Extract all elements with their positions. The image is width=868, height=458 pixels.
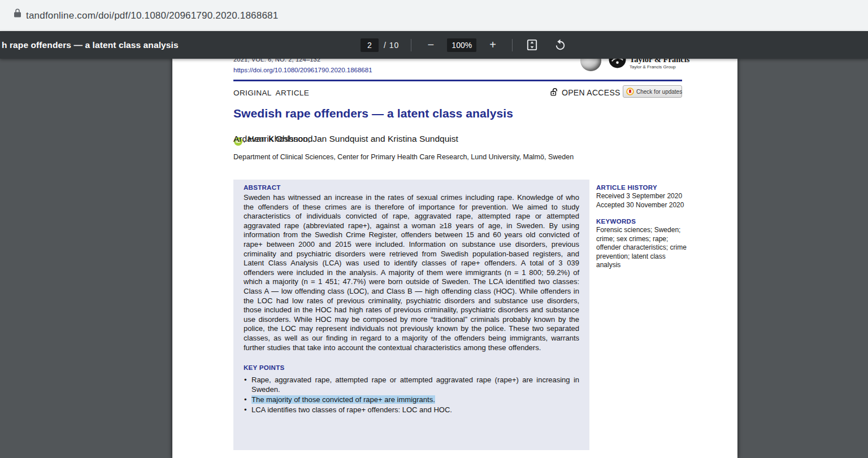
article-info-sidebar: ARTICLE HISTORY Received 3 September 202… xyxy=(596,184,691,270)
authors-line: Ardavan Khoshnood iD, Henrik Ohlsson, Ja… xyxy=(233,134,243,146)
check-for-updates-button[interactable]: Check for updates xyxy=(623,85,682,98)
key-point-item: LCA identifies two classes of rape+ offe… xyxy=(244,405,579,415)
toolbar-divider xyxy=(411,39,411,51)
received-date: Received 3 September 2020 xyxy=(596,192,691,201)
publisher-name: Taylor & Francis xyxy=(630,59,689,64)
article-history-lines: Received 3 September 2020 Accepted 30 No… xyxy=(596,192,691,210)
page-number-input[interactable]: 2 xyxy=(361,38,379,52)
open-access-icon xyxy=(550,87,558,98)
abstract-text: Sweden has witnessed an increase in the … xyxy=(244,193,579,352)
taylor-francis-logo-icon xyxy=(609,59,626,68)
pdf-toolbar: h rape offenders — a latent class analys… xyxy=(0,31,868,59)
fit-to-page-button[interactable] xyxy=(524,38,539,53)
pdf-toolbar-controls: 2 / 10 − 100% + xyxy=(356,31,581,59)
page-total-label: / 10 xyxy=(384,41,399,50)
affiliation: Department of Clinical Sciences, Center … xyxy=(233,153,574,161)
keywords-text: Forensic sciences; Sweden; crime; sex cr… xyxy=(596,226,691,270)
lock-icon[interactable] xyxy=(12,8,23,18)
abstract-box: ABSTRACT Sweden has witnessed an increas… xyxy=(233,180,589,450)
open-access-row: OPEN ACCESS xyxy=(550,87,620,98)
url-input[interactable]: tandfonline.com/doi/pdf/10.1080/20961790… xyxy=(26,0,278,31)
keywords-heading: KEYWORDS xyxy=(596,218,691,225)
article-history-heading: ARTICLE HISTORY xyxy=(596,184,691,191)
key-points-list: Rape, aggravated rape, attempted rape or… xyxy=(244,375,579,415)
rotate-button[interactable] xyxy=(553,38,567,53)
address-bar: tandfonline.com/doi/pdf/10.1080/20961790… xyxy=(0,0,868,31)
zoom-in-button[interactable]: + xyxy=(485,38,500,53)
article-type-label: ORIGINAL ARTICLE xyxy=(233,89,309,97)
crossmark-icon xyxy=(626,88,634,95)
pdf-document-title: h rape offenders — a latent class analys… xyxy=(2,31,179,59)
keywords-block: KEYWORDS Forensic sciences; Sweden; crim… xyxy=(596,218,691,270)
abstract-heading: ABSTRACT xyxy=(244,184,579,191)
header-divider xyxy=(233,80,682,81)
authors-rest: , Henrik Ohlsson, Jan Sundquist and Kris… xyxy=(243,134,458,144)
pdf-viewer-background[interactable]: 2021, VOL. 6, NO. 2, 124–132 https://doi… xyxy=(0,59,868,458)
open-access-label: OPEN ACCESS xyxy=(562,88,620,97)
key-point-item: Rape, aggravated rape, attempted rape or… xyxy=(244,375,579,394)
zoom-level-input[interactable]: 100% xyxy=(447,38,476,52)
publisher-group: Taylor & Francis Group xyxy=(630,64,676,69)
accepted-date: Accepted 30 November 2020 xyxy=(596,201,691,210)
key-point-item: The majority of those convicted of rape+… xyxy=(244,395,579,404)
check-for-updates-label: Check for updates xyxy=(636,89,682,95)
journal-logo xyxy=(580,59,601,71)
paper-title: Swedish rape offenders — a latent class … xyxy=(233,107,513,120)
journal-volume-info: 2021, VOL. 6, NO. 2, 124–132 xyxy=(233,59,320,63)
toolbar-divider xyxy=(512,39,513,51)
zoom-out-button[interactable]: − xyxy=(423,38,438,53)
doi-link[interactable]: https://doi.org/10.1080/20961790.2020.18… xyxy=(233,67,372,73)
key-points-heading: KEY POINTS xyxy=(244,364,579,371)
pdf-page: 2021, VOL. 6, NO. 2, 124–132 https://doi… xyxy=(172,59,737,458)
